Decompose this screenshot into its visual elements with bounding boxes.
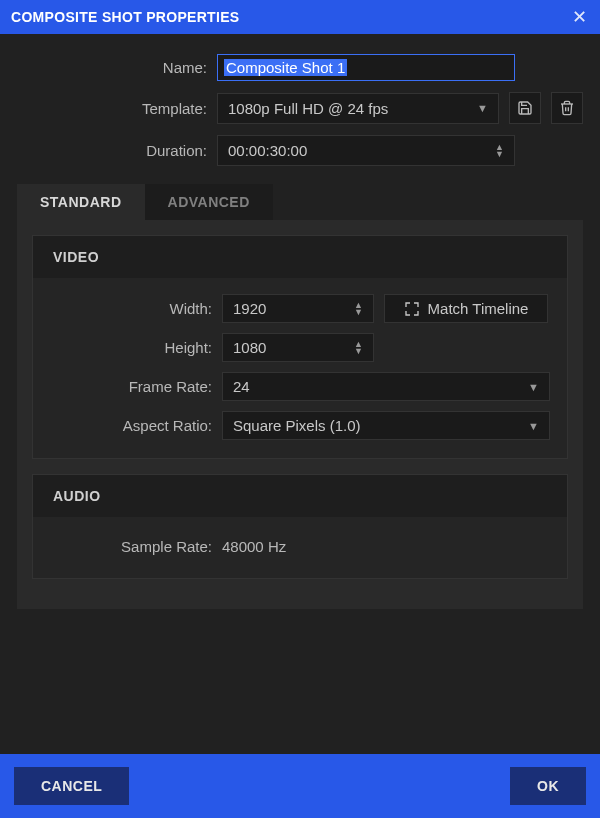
aspect-select[interactable]: Square Pixels (1.0) ▼ — [222, 411, 550, 440]
aspect-value: Square Pixels (1.0) — [233, 417, 361, 434]
duration-stepper[interactable]: ▲ ▼ — [495, 144, 504, 158]
tab-content: VIDEO Width: 1920 ▲ ▼ — [17, 220, 583, 609]
aspect-row: Aspect Ratio: Square Pixels (1.0) ▼ — [47, 411, 553, 440]
video-section: VIDEO Width: 1920 ▲ ▼ — [32, 235, 568, 459]
audio-body: Sample Rate: 48000 Hz — [33, 517, 567, 578]
samplerate-value: 48000 Hz — [222, 533, 286, 560]
samplerate-label: Sample Rate: — [47, 538, 212, 555]
width-label: Width: — [47, 300, 212, 317]
template-select[interactable]: 1080p Full HD @ 24 fps ▼ — [217, 93, 499, 124]
height-input[interactable]: 1080 ▲ ▼ — [222, 333, 374, 362]
footer: CANCEL OK — [0, 754, 600, 818]
duration-input[interactable]: 00:00:30:00 ▲ ▼ — [217, 135, 515, 166]
duration-row: Duration: 00:00:30:00 ▲ ▼ — [17, 135, 583, 166]
audio-section: AUDIO Sample Rate: 48000 Hz — [32, 474, 568, 579]
cancel-button[interactable]: CANCEL — [14, 767, 129, 805]
name-label: Name: — [17, 59, 207, 76]
match-timeline-label: Match Timeline — [428, 300, 529, 317]
height-value: 1080 — [233, 339, 266, 356]
width-value: 1920 — [233, 300, 266, 317]
duration-label: Duration: — [17, 142, 207, 159]
stepper-down-icon: ▼ — [495, 151, 504, 158]
width-stepper[interactable]: ▲ ▼ — [354, 302, 363, 316]
height-row: Height: 1080 ▲ ▼ — [47, 333, 553, 362]
template-row: Template: 1080p Full HD @ 24 fps ▼ — [17, 92, 583, 124]
stepper-down-icon: ▼ — [354, 348, 363, 355]
template-label: Template: — [17, 100, 207, 117]
match-timeline-button[interactable]: Match Timeline — [384, 294, 548, 323]
ok-button[interactable]: OK — [510, 767, 586, 805]
stepper-down-icon: ▼ — [354, 309, 363, 316]
video-body: Width: 1920 ▲ ▼ — [33, 278, 567, 458]
framerate-select[interactable]: 24 ▼ — [222, 372, 550, 401]
delete-template-button[interactable] — [551, 92, 583, 124]
width-row: Width: 1920 ▲ ▼ — [47, 294, 553, 323]
aspect-label: Aspect Ratio: — [47, 417, 212, 434]
template-value: 1080p Full HD @ 24 fps — [228, 100, 388, 117]
audio-header: AUDIO — [33, 475, 567, 517]
duration-value: 00:00:30:00 — [228, 142, 307, 159]
width-input[interactable]: 1920 ▲ ▼ — [222, 294, 374, 323]
trash-icon — [559, 100, 575, 116]
name-row: Name: Composite Shot 1 — [17, 54, 583, 81]
expand-icon — [404, 301, 420, 317]
chevron-down-icon: ▼ — [477, 102, 488, 114]
video-header: VIDEO — [33, 236, 567, 278]
save-template-button[interactable] — [509, 92, 541, 124]
tab-standard[interactable]: STANDARD — [17, 184, 145, 220]
tab-advanced[interactable]: ADVANCED — [145, 184, 273, 220]
name-input[interactable]: Composite Shot 1 — [217, 54, 515, 81]
height-label: Height: — [47, 339, 212, 356]
framerate-label: Frame Rate: — [47, 378, 212, 395]
chevron-down-icon: ▼ — [528, 381, 539, 393]
close-button[interactable]: ✕ — [569, 6, 589, 28]
framerate-value: 24 — [233, 378, 250, 395]
height-stepper[interactable]: ▲ ▼ — [354, 341, 363, 355]
chevron-down-icon: ▼ — [528, 420, 539, 432]
framerate-row: Frame Rate: 24 ▼ — [47, 372, 553, 401]
content-area: Name: Composite Shot 1 Template: 1080p F… — [0, 34, 600, 754]
save-icon — [517, 100, 533, 116]
tabs: STANDARD ADVANCED — [17, 184, 583, 220]
titlebar: COMPOSITE SHOT PROPERTIES ✕ — [0, 0, 600, 34]
dialog-title: COMPOSITE SHOT PROPERTIES — [11, 9, 239, 25]
samplerate-row: Sample Rate: 48000 Hz — [47, 533, 553, 560]
